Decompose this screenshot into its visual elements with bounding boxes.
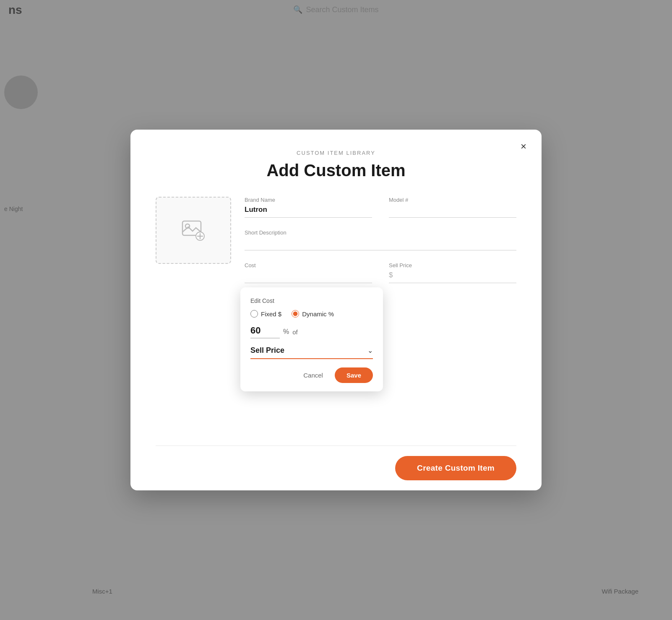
model-field: Model #	[389, 197, 516, 218]
brand-name-field: Brand Name Lutron	[245, 197, 372, 218]
brand-model-row: Brand Name Lutron Model #	[245, 197, 516, 218]
modal-subtitle: CUSTOM ITEM LIBRARY	[156, 150, 516, 156]
of-text: of	[292, 328, 298, 336]
modal-footer: Create Custom Item	[156, 445, 516, 490]
popup-actions: Cancel Save	[250, 367, 373, 383]
modal-title: Add Custom Item	[156, 161, 516, 180]
description-row: Short Description	[245, 229, 516, 250]
sell-price-dropdown[interactable]: Sell Price ⌄	[250, 346, 373, 359]
brand-name-label: Brand Name	[245, 197, 372, 203]
brand-name-value: Lutron	[245, 206, 372, 218]
sell-price-dropdown-label: Sell Price	[250, 346, 284, 355]
model-input[interactable]	[389, 206, 516, 218]
upload-icon	[181, 218, 206, 243]
model-label: Model #	[389, 197, 516, 203]
form-fields: Brand Name Lutron Model # Short Descript…	[245, 197, 516, 420]
dollar-sign: $	[389, 271, 393, 279]
chevron-down-icon: ⌄	[367, 346, 373, 354]
popup-cancel-button[interactable]: Cancel	[298, 368, 328, 382]
dynamic-radio-option[interactable]: Dynamic %	[292, 310, 334, 318]
image-upload-button[interactable]	[156, 197, 231, 264]
cost-label: Cost	[245, 262, 372, 268]
dynamic-radio[interactable]	[292, 310, 299, 318]
percent-input[interactable]	[250, 325, 280, 339]
cost-input[interactable]	[245, 271, 372, 283]
percent-symbol: %	[283, 328, 289, 336]
modal-overlay: × CUSTOM ITEM LIBRARY Add Custom Item	[0, 0, 672, 620]
short-description-field: Short Description	[245, 229, 516, 250]
cost-type-radio-group: Fixed $ Dynamic %	[250, 310, 373, 318]
sell-price-input[interactable]	[394, 271, 516, 279]
edit-cost-popup: Edit Cost Fixed $ Dynamic %	[240, 287, 383, 391]
sell-price-label: Sell Price	[389, 262, 516, 268]
sell-price-input-wrapper: $	[389, 271, 516, 283]
fixed-radio-label: Fixed $	[261, 310, 281, 318]
percent-row: % of	[250, 325, 373, 339]
close-button[interactable]: ×	[517, 140, 530, 153]
popup-title: Edit Cost	[250, 297, 373, 304]
sell-price-field: Sell Price $	[389, 262, 516, 283]
fixed-radio-option[interactable]: Fixed $	[250, 310, 281, 318]
short-description-label: Short Description	[245, 229, 516, 236]
add-custom-item-modal: × CUSTOM ITEM LIBRARY Add Custom Item	[130, 130, 542, 490]
cost-sell-row: Cost Edit Cost Fixed $	[245, 262, 516, 283]
create-custom-item-button[interactable]: Create Custom Item	[395, 456, 516, 480]
popup-save-button[interactable]: Save	[335, 367, 373, 383]
short-description-input[interactable]	[245, 238, 516, 250]
fixed-radio[interactable]	[250, 310, 258, 318]
dynamic-radio-label: Dynamic %	[302, 310, 334, 318]
form-area: Brand Name Lutron Model # Short Descript…	[156, 197, 516, 420]
cost-field: Cost Edit Cost Fixed $	[245, 262, 372, 283]
